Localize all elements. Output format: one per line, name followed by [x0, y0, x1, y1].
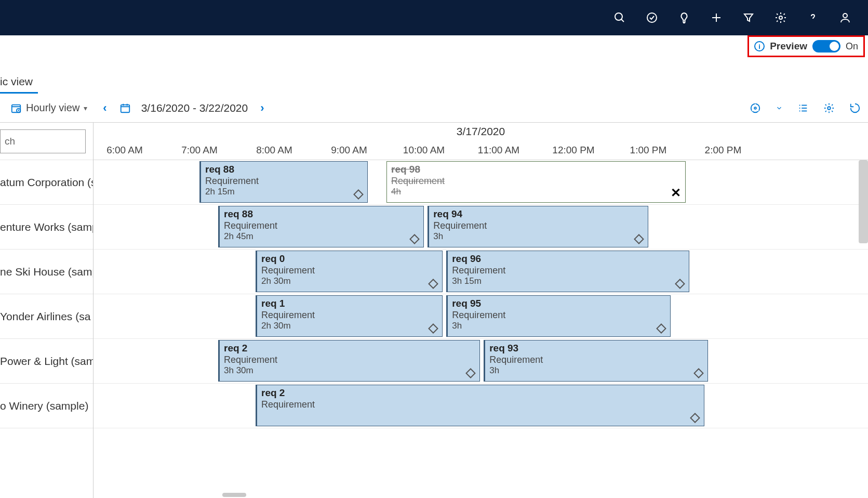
settings-gear-icon[interactable]	[773, 10, 788, 25]
tab-view[interactable]: ic view	[0, 75, 38, 94]
hour-label: 1:00 PM	[622, 140, 674, 160]
booking-title: req 98	[391, 164, 681, 176]
booking-subtitle: Requirement	[205, 176, 363, 187]
resource-row[interactable]: Yonder Airlines (sa	[0, 294, 93, 339]
booking-block[interactable]: req 88Requirement2h 15m	[199, 161, 368, 203]
booking-title: req 88	[205, 164, 363, 176]
board-settings-icon[interactable]	[823, 102, 835, 114]
booking-block[interactable]: req 93Requirement3h	[484, 340, 708, 382]
hour-label: 9:00 AM	[323, 140, 375, 160]
booking-subtitle: Requirement	[224, 355, 475, 366]
driving-icon[interactable]	[750, 102, 761, 114]
booking-title: req 88	[224, 208, 419, 220]
booking-duration: 3h 15m	[452, 276, 685, 286]
booking-status-icon	[430, 280, 439, 290]
booking-block[interactable]: req 95Requirement3h	[446, 295, 671, 337]
prev-range-button[interactable]: ‹	[101, 101, 109, 115]
booking-status-icon	[676, 280, 686, 290]
help-icon[interactable]	[806, 10, 820, 25]
hour-label: 2:00 PM	[697, 140, 749, 160]
cancel-x-icon: ✕	[671, 186, 681, 200]
booking-block[interactable]: req 2Requirement3h 30m	[218, 340, 480, 382]
booking-status-icon	[467, 370, 476, 379]
booking-title: req 95	[452, 298, 666, 310]
svg-point-2	[647, 13, 657, 22]
resource-row[interactable]: enture Works (samp	[0, 205, 93, 250]
resource-row[interactable]: Power & Light (sam	[0, 339, 93, 384]
hour-label: 6:00 AM	[99, 140, 151, 160]
svg-rect-10	[121, 104, 129, 112]
booking-title: req 93	[489, 343, 703, 355]
booking-duration: 2h 15m	[205, 187, 363, 197]
resource-row[interactable]: ne Ski House (samp	[0, 250, 93, 294]
preview-label: Preview	[770, 41, 807, 52]
schedule-row: req 0Requirement2h 30mreq 96Requirement3…	[94, 250, 868, 294]
svg-point-22	[827, 107, 831, 110]
calendar-icon[interactable]	[119, 102, 131, 114]
view-selector-label: Hourly view	[26, 102, 79, 114]
idea-bulb-icon[interactable]	[677, 10, 691, 25]
booking-subtitle: Requirement	[224, 220, 419, 232]
schedule-row: req 88Requirement2h 45mreq 94Requirement…	[94, 205, 868, 250]
view-selector[interactable]: Hourly view ▾	[10, 102, 87, 114]
booking-subtitle: Requirement	[261, 265, 438, 277]
booking-block[interactable]: req 0Requirement2h 30m	[256, 251, 443, 292]
next-range-button[interactable]: ›	[258, 101, 266, 115]
top-app-bar	[0, 0, 868, 35]
booking-block-cancelled[interactable]: req 98Requirement4h✕	[386, 161, 686, 203]
booking-block[interactable]: req 2Requirement	[256, 385, 704, 426]
booking-duration: 4h	[391, 187, 681, 197]
horizontal-scrollbar[interactable]	[222, 493, 246, 497]
booking-block[interactable]: req 88Requirement2h 45m	[218, 206, 424, 247]
booking-status-icon	[430, 325, 439, 334]
booking-duration: 3h	[489, 365, 703, 376]
chevron-down-small-icon[interactable]	[776, 102, 783, 114]
svg-line-1	[621, 19, 624, 22]
schedule-row: req 2Requirement	[94, 384, 868, 428]
info-icon[interactable]: i	[754, 41, 765, 51]
svg-point-5	[779, 16, 782, 19]
booking-subtitle: Requirement	[391, 176, 681, 187]
schedule-row: req 88Requirement2h 15mreq 98Requirement…	[94, 160, 868, 205]
schedule-grid[interactable]: 3/17/2020 6:00 AM7:00 AM8:00 AM9:00 AM10…	[94, 123, 868, 498]
resource-sidebar: atum Corporation (senture Works (sampne …	[0, 123, 94, 498]
booking-duration: 3h	[452, 321, 666, 331]
profile-icon[interactable]	[838, 10, 852, 25]
schedule-row: req 2Requirement3h 30mreq 93Requirement3…	[94, 339, 868, 384]
preview-toggle[interactable]	[812, 40, 840, 53]
booking-status-icon	[658, 325, 667, 334]
resource-row[interactable]: atum Corporation (s	[0, 160, 93, 205]
booking-status-icon	[411, 235, 420, 245]
search-icon[interactable]	[612, 10, 627, 25]
booking-duration: 3h 30m	[224, 365, 475, 376]
date-range-label: 3/16/2020 - 3/22/2020	[141, 102, 248, 114]
booking-status-icon	[635, 235, 645, 245]
preview-toggle-box: i Preview On	[747, 35, 865, 57]
booking-title: req 1	[261, 298, 438, 310]
list-details-icon[interactable]	[797, 102, 809, 114]
booking-title: req 96	[452, 253, 685, 265]
booking-block[interactable]: req 96Requirement3h 15m	[446, 251, 689, 292]
booking-subtitle: Requirement	[433, 220, 644, 232]
resource-search-input[interactable]	[0, 129, 86, 153]
vertical-scrollbar[interactable]	[859, 160, 868, 243]
booking-title: req 94	[433, 208, 644, 220]
booking-duration: 3h	[433, 231, 644, 242]
booking-title: req 2	[224, 343, 475, 355]
svg-point-0	[615, 13, 622, 20]
hour-label: 8:00 AM	[248, 140, 300, 160]
booking-block[interactable]: req 1Requirement2h 30m	[256, 295, 443, 337]
task-check-icon[interactable]	[645, 10, 659, 25]
add-icon[interactable]	[709, 10, 724, 25]
booking-duration: 2h 30m	[261, 276, 438, 286]
resource-row[interactable]: o Winery (sample)	[0, 384, 93, 428]
booking-subtitle: Requirement	[261, 399, 700, 411]
booking-subtitle: Requirement	[489, 355, 703, 366]
tabs-strip: ic view	[0, 57, 868, 94]
hour-header: 6:00 AM7:00 AM8:00 AM9:00 AM10:00 AM11:0…	[94, 140, 868, 160]
filter-icon[interactable]	[741, 10, 756, 25]
hour-label: 12:00 PM	[547, 140, 599, 160]
booking-title: req 2	[261, 387, 700, 399]
refresh-icon[interactable]	[849, 102, 861, 114]
booking-block[interactable]: req 94Requirement3h	[428, 206, 648, 247]
